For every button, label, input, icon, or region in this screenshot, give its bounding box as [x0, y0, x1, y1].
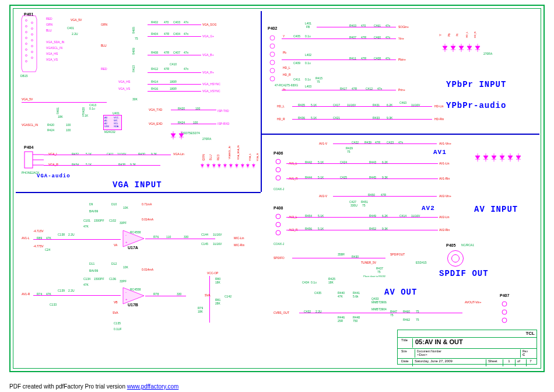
svg-point-11 [31, 51, 33, 53]
val-47k2: 47K [83, 283, 89, 286]
tb-date-label: Date [399, 359, 413, 366]
val-r442: 5.1K [318, 160, 324, 164]
val-r402: 470 [164, 20, 169, 24]
val-1u16v4: 1U16V [213, 242, 222, 246]
tb-of: of [516, 359, 527, 366]
net-cvbs: CVBS_OUT [274, 311, 289, 314]
i014: 0.014mA [142, 218, 153, 221]
svg-point-23 [276, 167, 280, 172]
wire [299, 313, 462, 313]
net-vga-hsync: VGA_HSYNC [202, 82, 220, 86]
ref-r431: R431 [373, 103, 380, 107]
ref-r449: R449 [369, 214, 376, 218]
ref-c425: C425 [340, 176, 347, 179]
net-vgar: VGA_R [48, 163, 58, 166]
ref-p402: P402 [268, 26, 277, 30]
ref-c423: C423 [387, 141, 394, 144]
esd-row-av [474, 153, 522, 162]
conn-p407 [500, 299, 511, 330]
ref-c134: C134 [83, 277, 90, 281]
net-vga-r: VGA_R+ [202, 71, 214, 74]
val-51k: 5.1K [82, 114, 88, 117]
val-r451: 75 [362, 204, 366, 207]
net-av1l-in: AV1-L [22, 236, 30, 240]
val-c463: 1U16V [411, 103, 420, 107]
net-pb: Pb [283, 51, 286, 54]
svg-point-0 [26, 20, 27, 22]
val-c404: 47n [184, 32, 188, 36]
net-av1rin: AV1-Rin [439, 177, 450, 180]
net-hdr2: HD_R [277, 117, 285, 121]
footer-link[interactable]: www.pdffactory.com [127, 383, 179, 390]
val-18k: 18K [58, 115, 63, 118]
net-grn: GRN [46, 23, 52, 26]
ref-r78: R78 [153, 292, 159, 296]
label-av-input: AV INPUT [474, 205, 518, 214]
val-100: 100 [66, 123, 71, 127]
net-grn2: GRN [101, 23, 107, 26]
ref-r417: R417 [340, 87, 347, 90]
type-u17a: RC4558 [130, 230, 141, 234]
val-10k: 10K [123, 206, 128, 209]
label-vga-input: VGA INPUT [113, 180, 162, 190]
ref-c138: C138 [58, 233, 65, 236]
val-r455: 5.1K [318, 214, 324, 218]
net-hdl2: HD_L [277, 104, 285, 108]
ref-c133: C133 [50, 303, 57, 306]
net-av2v: AV2-V [319, 194, 327, 198]
net-hdrin: HD-Rin [434, 117, 444, 121]
ref-c139: C139 [58, 289, 65, 292]
wire [148, 24, 201, 25]
val-r448: 750 [353, 319, 357, 323]
val-r433: 9.3K [387, 116, 392, 120]
net-hdr: HD_R [283, 73, 291, 76]
val-1500pf: 1500PF [94, 219, 104, 222]
esd-vgasda: VGA_SDA_IN [237, 145, 240, 160]
ref-r445: R445 [369, 176, 376, 179]
tb-title: 05:AV IN & OUT [413, 338, 463, 348]
net-tuner5v: TUNER_5V [361, 261, 376, 264]
ref-l403: L403 [305, 85, 311, 88]
ref-r405: R405 [132, 27, 135, 34]
svg-text:-: - [125, 290, 127, 294]
wire [292, 258, 385, 258]
ref-r416: R416 [151, 87, 158, 90]
esd-hdl: HD_L [465, 32, 468, 37]
ref-r408: R408 [151, 51, 158, 54]
val-r408: 47R [164, 51, 169, 54]
val-r449: 6.2K [382, 214, 388, 218]
ref-d10: D10 [111, 202, 117, 206]
sva: SVA [113, 311, 118, 314]
net-vga-hs: VGA_HS [46, 52, 58, 55]
type-u401: M24C02 [104, 130, 115, 134]
val-470: 470 [361, 24, 366, 27]
ref-c407: C407 [173, 51, 180, 54]
ref-r76: R76 [153, 235, 159, 239]
net-av2vin: AV2-Vin+ [439, 194, 451, 198]
ref-c434: C434 [302, 281, 309, 284]
val-c432: 2.2U [315, 310, 322, 313]
ref-r442: R442 [305, 160, 312, 164]
net-av1r-in: AV1-R [22, 292, 30, 296]
schematic-sheet: VGA INPUT YPbPr INPUT YPbPr-audio AV1 AV… [9, 5, 545, 372]
wire [33, 239, 121, 240]
ref-d9: D9 [89, 202, 93, 206]
ref-c417: C417 [333, 103, 340, 107]
conn-p402 [268, 33, 279, 87]
ref-d12: D12 [111, 262, 117, 265]
ref-r432: R432 [72, 152, 79, 156]
ref-c401: C401 [67, 26, 74, 30]
ref-c412: C412 [366, 87, 373, 90]
val-r462: 75 [416, 318, 419, 321]
val-10k2: 10K [123, 265, 128, 269]
wire [44, 165, 160, 166]
net-vgalin: VGA-Lin [173, 152, 184, 156]
net-vga-vs: VGA_VS [46, 58, 58, 61]
tb-size-label: Size [401, 349, 413, 353]
net-vga-txd: VGA_TXD [149, 108, 162, 111]
type-p405: NC/RCA1 [461, 243, 474, 247]
wire-vga5v [22, 102, 107, 103]
val-r456: 5.1K [318, 227, 324, 230]
ref-r439: R439 [364, 141, 371, 144]
val-1500pf2: 1500PF [94, 277, 104, 281]
